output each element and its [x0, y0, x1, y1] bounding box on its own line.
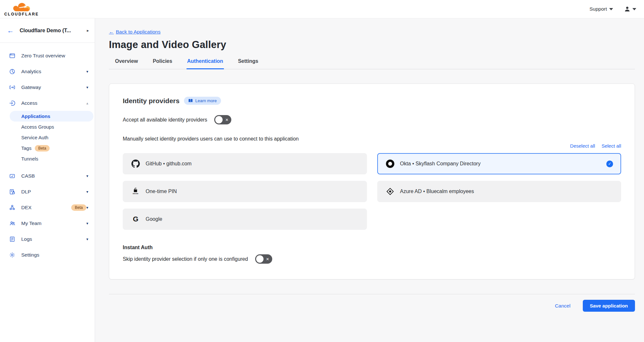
toggle-knob — [256, 255, 264, 263]
support-label: Support — [590, 6, 607, 12]
sidebar-item-casb[interactable]: CASB ▾ — [0, 168, 95, 184]
otp-stars: **** — [133, 193, 139, 196]
back-link-label: Back to Applications — [116, 29, 161, 35]
dex-network-icon — [9, 204, 16, 211]
azure-ad-icon — [385, 187, 395, 196]
provider-card-one-time-pin[interactable]: **** One-time PIN — [123, 181, 367, 202]
sidebar-item-label: Settings — [21, 252, 88, 258]
sidebar-item-label: DEX — [21, 205, 68, 210]
deselect-all-link[interactable]: Deselect all — [570, 143, 595, 149]
sidebar-item-label: Tunnels — [21, 156, 38, 161]
one-time-pin-icon: **** — [131, 187, 140, 196]
user-icon — [624, 6, 630, 12]
identity-providers-panel: Identity providers Learn more Accept all… — [109, 83, 635, 279]
sidebar-item-settings[interactable]: Settings — [0, 247, 95, 263]
panel-title: Identity providers — [123, 97, 179, 105]
sidebar-item-gateway[interactable]: Gateway ▾ — [0, 79, 95, 95]
manual-select-description: Manually select identity providers users… — [123, 136, 621, 142]
instant-auth-toggle[interactable]: ✕ — [255, 254, 272, 264]
sidebar-item-dlp[interactable]: DLP ▾ — [0, 184, 95, 200]
chevron-right-icon[interactable]: ▸ — [87, 28, 89, 33]
chevron-down-icon[interactable]: ▾ — [86, 85, 88, 90]
sidebar-item-tags[interactable]: Tags Beta — [0, 143, 95, 153]
chevron-down-icon[interactable]: ▾ — [86, 205, 88, 210]
back-to-applications-link[interactable]: ← Back to Applications — [109, 29, 160, 35]
account-switcher: ← Cloudflare Demo (T... ▸ — [0, 18, 95, 43]
instant-auth-label: Skip identity provider selection if only… — [123, 256, 248, 262]
sidebar-item-label: Access Groups — [21, 124, 54, 130]
sidebar-item-tunnels[interactable]: Tunnels — [0, 153, 95, 164]
toggle-knob — [215, 116, 223, 123]
select-all-link[interactable]: Select all — [601, 143, 621, 149]
dlp-document-lock-icon — [9, 189, 16, 195]
sidebar: ← Cloudflare Demo (T... ▸ Zero Trust ove… — [0, 18, 95, 342]
sidebar-item-label: My Team — [21, 220, 86, 226]
page-title: Image and Video Gallery — [109, 39, 635, 51]
cloudflare-logo[interactable]: CLOUDFLARE — [4, 2, 39, 16]
provider-name: Google — [146, 216, 162, 222]
chevron-down-icon[interactable]: ▾ — [86, 190, 88, 194]
casb-icon — [9, 173, 16, 179]
sidebar-item-label: Zero Trust overview — [21, 53, 88, 59]
sidebar-item-label: CASB — [21, 173, 86, 179]
team-people-icon — [9, 220, 16, 227]
sidebar-item-access-groups[interactable]: Access Groups — [0, 122, 95, 132]
chevron-down-icon[interactable]: ▾ — [86, 174, 88, 178]
sidebar-item-my-team[interactable]: My Team ▾ — [0, 215, 95, 231]
sidebar-item-service-auth[interactable]: Service Auth — [0, 132, 95, 143]
sidebar-item-label: Logs — [21, 236, 86, 242]
provider-name: One-time PIN — [146, 189, 177, 194]
tab-policies[interactable]: Policies — [152, 58, 173, 69]
sidebar-item-label: DLP — [21, 189, 86, 195]
sidebar-item-applications[interactable]: Applications — [10, 111, 93, 122]
save-application-button[interactable]: Save application — [583, 300, 635, 312]
overview-window-icon — [9, 53, 16, 59]
sidebar-item-label: Access — [21, 100, 86, 106]
sidebar-item-access[interactable]: Access ▴ — [0, 95, 95, 111]
provider-card-google[interactable]: G Google — [123, 209, 367, 230]
github-icon — [131, 160, 140, 168]
accept-all-toggle[interactable]: ✕ — [214, 115, 231, 124]
selected-check-icon: ✓ — [606, 161, 613, 167]
provider-card-okta[interactable]: Okta • Skyflash Company Directory ✓ — [377, 153, 621, 174]
logs-document-icon — [9, 236, 16, 242]
gateway-icon — [9, 84, 16, 91]
support-menu[interactable]: Support — [590, 6, 613, 12]
sidebar-item-dex[interactable]: DEX Beta ▾ — [0, 200, 95, 215]
sidebar-item-zero-trust-overview[interactable]: Zero Trust overview — [0, 48, 95, 64]
gear-icon — [9, 252, 16, 258]
back-arrow-icon: ← — [109, 29, 114, 35]
chevron-down-icon — [609, 8, 613, 10]
provider-name: Azure AD • Bluecalm employees — [400, 189, 474, 194]
provider-card-azure-ad[interactable]: Azure AD • Bluecalm employees — [377, 181, 621, 202]
footer-actions: Cancel Save application — [109, 294, 635, 317]
analytics-pie-icon — [9, 68, 16, 75]
sidebar-item-label: Analytics — [21, 69, 86, 74]
cloudflare-cloud-icon — [9, 2, 34, 12]
tab-overview[interactable]: Overview — [114, 58, 139, 69]
sidebar-item-label: Applications — [21, 113, 50, 119]
learn-more-badge[interactable]: Learn more — [184, 97, 221, 105]
chevron-up-icon[interactable]: ▴ — [86, 101, 88, 105]
provider-card-github[interactable]: GitHub • github.com — [123, 153, 367, 174]
tab-authentication[interactable]: Authentication — [187, 58, 224, 69]
learn-more-label: Learn more — [195, 98, 216, 103]
sidebar-nav: Zero Trust overview Analytics ▾ — [0, 43, 95, 263]
beta-badge: Beta — [35, 145, 50, 151]
chevron-down-icon[interactable]: ▾ — [86, 221, 88, 226]
user-account-menu[interactable] — [624, 6, 636, 12]
identity-provider-list: GitHub • github.com Okta • Skyflash Comp… — [123, 153, 621, 230]
sidebar-item-analytics[interactable]: Analytics ▾ — [0, 64, 95, 79]
cloudflare-wordmark: CLOUDFLARE — [4, 12, 39, 16]
cancel-button[interactable]: Cancel — [555, 303, 570, 309]
accept-all-label: Accept all available identity providers — [123, 117, 207, 123]
back-arrow-icon[interactable]: ← — [7, 27, 14, 34]
tab-settings[interactable]: Settings — [237, 58, 259, 69]
account-name[interactable]: Cloudflare Demo (T... — [20, 28, 87, 34]
chevron-down-icon[interactable]: ▾ — [86, 237, 88, 241]
sidebar-item-logs[interactable]: Logs ▾ — [0, 231, 95, 247]
instant-auth-title: Instant Auth — [123, 245, 621, 250]
tab-bar: Overview Policies Authentication Setting… — [109, 58, 635, 69]
chevron-down-icon[interactable]: ▾ — [86, 69, 88, 74]
okta-icon — [385, 160, 395, 168]
